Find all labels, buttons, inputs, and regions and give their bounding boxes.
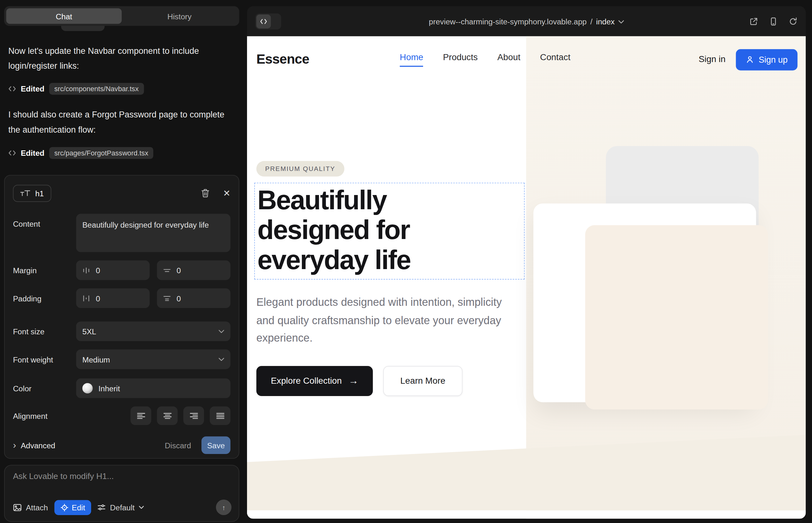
editor-footer: › Advanced Discard Save xyxy=(13,436,231,454)
font-size-select[interactable]: 5XL xyxy=(76,321,230,341)
margin-horizontal-icon xyxy=(163,266,171,274)
code-icon xyxy=(256,14,271,28)
tab-history[interactable]: History xyxy=(122,8,237,24)
delete-element-button[interactable] xyxy=(201,188,210,198)
site-logo[interactable]: Essence xyxy=(256,51,309,68)
sign-in-button[interactable]: Sign in xyxy=(699,54,726,65)
content-label: Content xyxy=(13,214,76,228)
file-badge[interactable]: src/pages/ForgotPassword.tsx xyxy=(49,147,154,159)
color-select[interactable]: Inherit xyxy=(76,378,230,398)
chat-composer: Attach Edit Default xyxy=(4,465,239,522)
edit-mode-button[interactable]: Edit xyxy=(54,500,91,515)
preview-frame: preview--charming-site-symphony.lovable.… xyxy=(247,6,806,519)
site-bottom-strip xyxy=(247,510,806,519)
edited-label: Edited xyxy=(21,148,44,157)
send-button[interactable]: ↑ xyxy=(216,500,231,515)
mobile-view-icon[interactable] xyxy=(769,17,778,26)
padding-label: Padding xyxy=(13,294,76,303)
chevron-down-icon xyxy=(218,329,224,333)
refresh-icon[interactable] xyxy=(789,17,797,26)
padding-horizontal-icon xyxy=(163,294,171,302)
align-left-button[interactable] xyxy=(130,407,151,425)
align-center-button[interactable] xyxy=(157,407,177,425)
margin-horizontal-value: 0 xyxy=(177,266,181,275)
close-icon[interactable]: ✕ xyxy=(223,188,230,198)
margin-vertical-input[interactable]: 0 xyxy=(76,260,149,280)
font-weight-value: Medium xyxy=(82,355,110,364)
typography-icon xyxy=(20,189,31,197)
sign-up-button[interactable]: Sign up xyxy=(736,49,798,70)
app-stage: Chat History Now let's update the Navbar… xyxy=(0,0,812,523)
edited-file-row: Edited src/components/Navbar.tsx xyxy=(8,83,144,95)
attach-label: Attach xyxy=(26,503,48,512)
alignment-label: Alignment xyxy=(13,411,76,420)
nav-link-contact[interactable]: Contact xyxy=(540,52,570,67)
advanced-label: Advanced xyxy=(21,441,55,450)
hero-heading-line: Beautifully xyxy=(258,185,524,215)
font-size-row: Font size 5XL xyxy=(13,321,231,341)
selected-element-tag: h1 xyxy=(35,189,44,198)
decorative-card-cream xyxy=(585,225,768,409)
file-badge[interactable]: src/components/Navbar.tsx xyxy=(49,83,144,95)
advanced-toggle[interactable]: › Advanced xyxy=(13,441,55,450)
arrow-up-icon: ↑ xyxy=(222,503,226,511)
font-weight-label: Font weight xyxy=(13,355,76,364)
font-size-label: Font size xyxy=(13,327,76,336)
font-weight-row: Font weight Medium xyxy=(13,349,231,369)
preview-url: preview--charming-site-symphony.lovable.… xyxy=(429,17,587,26)
attach-icon xyxy=(13,503,22,511)
font-size-value: 5XL xyxy=(82,327,96,336)
toolbar-actions xyxy=(749,17,797,26)
edit-label: Edit xyxy=(72,503,85,512)
nav-link-products[interactable]: Products xyxy=(443,52,478,67)
url-separator: / xyxy=(590,17,593,26)
chat-input[interactable] xyxy=(13,472,231,500)
content-input[interactable]: Beautifully designed for everyday life xyxy=(76,214,230,252)
tab-chat[interactable]: Chat xyxy=(6,8,122,24)
code-preview-toggle[interactable] xyxy=(255,13,281,30)
padding-vertical-icon xyxy=(82,294,90,302)
edited-file-row: Edited src/pages/ForgotPassword.tsx xyxy=(8,147,154,159)
panel-tabbar: Chat History xyxy=(4,6,239,26)
code-icon xyxy=(8,86,16,92)
padding-horizontal-input[interactable]: 0 xyxy=(157,288,230,308)
nav-link-about[interactable]: About xyxy=(497,52,520,67)
align-right-button[interactable] xyxy=(183,407,204,425)
url-bar[interactable]: preview--charming-site-symphony.lovable.… xyxy=(247,6,806,36)
url-page: index xyxy=(596,17,615,26)
chevron-down-icon xyxy=(218,357,224,361)
nav-link-home[interactable]: Home xyxy=(400,52,423,67)
attach-button[interactable]: Attach xyxy=(13,503,48,512)
element-editor-panel: h1 ✕ Content Beautifully designed for ev… xyxy=(4,175,239,459)
hero-heading-line: everyday life xyxy=(258,245,524,275)
selected-element-pill[interactable]: h1 xyxy=(13,184,51,202)
font-weight-select[interactable]: Medium xyxy=(76,349,230,369)
open-in-new-tab-icon[interactable] xyxy=(749,17,758,26)
padding-vertical-input[interactable]: 0 xyxy=(76,288,149,308)
sign-up-label: Sign up xyxy=(759,55,788,65)
model-default-button[interactable]: Default xyxy=(98,503,144,512)
site-navbar: Essence Home Products About Contact Sign… xyxy=(247,36,806,83)
selected-h1-outline[interactable]: Beautifully designed for everyday life xyxy=(254,183,525,279)
margin-horizontal-input[interactable]: 0 xyxy=(157,260,230,280)
content-row: Content Beautifully designed for everyda… xyxy=(13,214,231,252)
align-justify-button[interactable] xyxy=(210,407,230,425)
preview-toolbar: preview--charming-site-symphony.lovable.… xyxy=(247,6,806,36)
chat-message: Now let's update the Navbar component to… xyxy=(8,43,229,73)
hero-heading-line: designed for xyxy=(258,215,524,245)
nav-auth-actions: Sign in Sign up xyxy=(699,36,797,83)
discard-button[interactable]: Discard xyxy=(165,441,191,450)
margin-label: Margin xyxy=(13,266,76,275)
hero-cta-row: Explore Collection → Learn More xyxy=(256,366,462,396)
preview-site: Essence Home Products About Contact Sign… xyxy=(247,36,806,519)
color-row: Color Inherit xyxy=(13,378,231,398)
save-button[interactable]: Save xyxy=(201,436,231,454)
learn-more-button[interactable]: Learn More xyxy=(383,366,462,396)
chat-message: I should also create a Forgot Password p… xyxy=(8,107,229,137)
editor-header: h1 ✕ xyxy=(13,184,231,202)
edited-label: Edited xyxy=(21,85,44,93)
explore-collection-button[interactable]: Explore Collection → xyxy=(256,366,373,396)
explore-collection-label: Explore Collection xyxy=(271,376,342,386)
chevron-down-icon xyxy=(139,506,144,509)
color-label: Color xyxy=(13,384,76,393)
